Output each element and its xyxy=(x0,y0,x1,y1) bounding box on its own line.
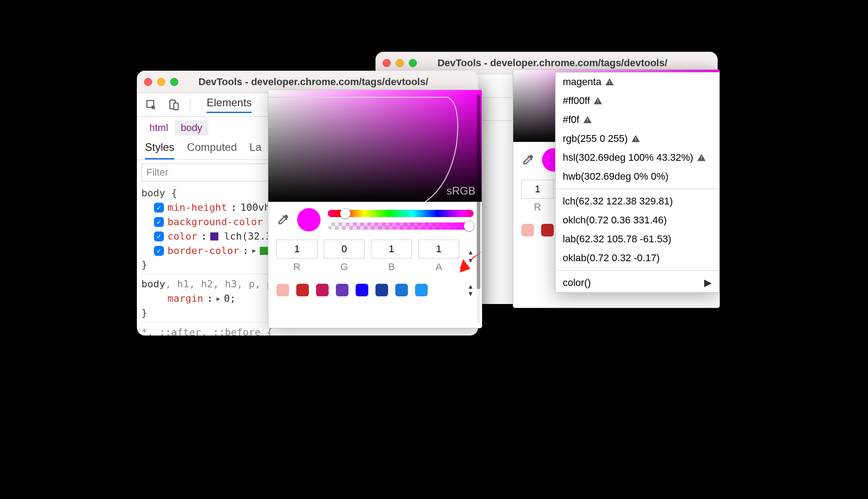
channel-input-g[interactable] xyxy=(324,240,365,259)
expand-icon[interactable]: ▶ xyxy=(217,294,220,303)
palette-swatch[interactable] xyxy=(415,284,428,296)
minimize-icon[interactable] xyxy=(396,59,404,67)
swatch-green-icon[interactable] xyxy=(260,247,268,255)
color-format-menu: magenta #ff00ff #f0f rgb(255 0 255) hsl(… xyxy=(555,72,719,293)
channel-input-a[interactable] xyxy=(418,240,459,259)
swatch-purple-icon[interactable] xyxy=(210,232,218,240)
format-option[interactable]: #ff00ff xyxy=(556,91,719,110)
format-option[interactable]: rgb(255 0 255) xyxy=(556,129,719,148)
channel-input-b[interactable] xyxy=(371,240,412,259)
tab-computed[interactable]: Computed xyxy=(187,141,237,159)
prop-border-color[interactable]: border-color xyxy=(167,244,239,258)
palette-swatch[interactable] xyxy=(336,284,348,296)
eyedropper-icon[interactable] xyxy=(521,153,535,167)
format-option[interactable]: #f0f xyxy=(556,110,719,129)
channel-label-a: A xyxy=(418,261,459,273)
palette-swatch[interactable] xyxy=(521,224,534,236)
window-title: DevTools - developer.chrome.com/tags/dev… xyxy=(178,76,448,88)
inspect-icon[interactable] xyxy=(145,99,158,111)
minimize-icon[interactable] xyxy=(157,78,165,86)
channel-label-g: G xyxy=(324,261,365,273)
palette-swatch[interactable] xyxy=(276,284,289,296)
scrollbar[interactable] xyxy=(477,95,480,323)
tab-elements[interactable]: Elements xyxy=(207,96,252,113)
format-option[interactable]: hwb(302.69deg 0% 0%) xyxy=(556,167,719,186)
menu-separator xyxy=(556,189,719,189)
format-option[interactable]: hsl(302.69deg 100% 43.32%) xyxy=(556,148,719,167)
breadcrumb-html[interactable]: html xyxy=(143,120,175,136)
val-margin[interactable]: 0; xyxy=(224,291,236,306)
palette-swatch[interactable] xyxy=(296,284,309,296)
eyedropper-icon[interactable] xyxy=(276,213,290,227)
prop-min-height[interactable]: min-height xyxy=(167,200,227,215)
palette-swatch[interactable] xyxy=(375,284,388,296)
annotation-arrow-icon xyxy=(458,245,487,274)
checkbox-icon[interactable]: ✓ xyxy=(154,203,164,213)
menu-separator xyxy=(556,270,719,271)
current-color-swatch xyxy=(297,208,321,231)
tab-layout-partial[interactable]: La xyxy=(249,141,262,159)
breadcrumb-body[interactable]: body xyxy=(175,120,209,136)
color-picker-front: sRGB R G B A xyxy=(268,90,482,328)
alpha-slider[interactable] xyxy=(328,222,474,230)
checkbox-icon[interactable]: ✓ xyxy=(154,231,164,241)
channel-input-r[interactable] xyxy=(521,180,554,199)
warning-icon xyxy=(631,134,640,143)
color-space-label: sRGB xyxy=(447,185,475,197)
checkbox-icon[interactable]: ✓ xyxy=(154,246,164,256)
device-icon[interactable] xyxy=(167,99,180,111)
warning-icon xyxy=(605,77,614,86)
warning-icon xyxy=(583,115,592,124)
window-title: DevTools - developer.chrome.com/tags/dev… xyxy=(417,57,688,69)
close-icon[interactable] xyxy=(144,78,152,86)
channel-input-r[interactable] xyxy=(276,240,317,259)
format-option[interactable]: magenta xyxy=(556,73,719,91)
palette-swatch[interactable] xyxy=(395,284,408,296)
channel-label-r: R xyxy=(521,201,554,213)
format-option[interactable]: lch(62.32 122.38 329.81) xyxy=(556,192,719,211)
tab-styles[interactable]: Styles xyxy=(145,141,174,159)
checkbox-icon[interactable]: ✓ xyxy=(154,217,164,227)
spectrum[interactable]: sRGB xyxy=(268,90,482,202)
swatch-palette: ▲▼ xyxy=(268,275,482,302)
expand-icon[interactable]: ▶ xyxy=(252,246,256,255)
warning-icon xyxy=(593,96,602,105)
hue-slider[interactable] xyxy=(328,210,474,217)
format-option-color-fn[interactable]: color() ▶ xyxy=(556,273,719,292)
maximize-icon[interactable] xyxy=(170,78,178,86)
format-option[interactable]: oklab(0.72 0.32 -0.17) xyxy=(556,249,719,268)
palette-swatch[interactable] xyxy=(356,284,368,296)
prop-margin[interactable]: margin xyxy=(167,291,203,306)
palette-swatch[interactable] xyxy=(541,224,554,236)
format-option[interactable]: lab(62.32 105.78 -61.53) xyxy=(556,230,719,249)
warning-icon xyxy=(697,153,706,162)
palette-stepper[interactable]: ▲▼ xyxy=(467,283,474,297)
palette-swatch[interactable] xyxy=(316,284,329,296)
prop-color[interactable]: color xyxy=(167,229,197,244)
channel-label-r: R xyxy=(276,261,317,273)
format-option[interactable]: oklch(0.72 0.36 331.46) xyxy=(556,211,719,230)
maximize-icon[interactable] xyxy=(409,59,417,67)
submenu-arrow-icon: ▶ xyxy=(704,277,712,289)
channel-label-b: B xyxy=(371,261,412,273)
close-icon[interactable] xyxy=(383,59,391,67)
prop-background-color[interactable]: background-color xyxy=(167,215,263,229)
svg-rect-1 xyxy=(174,103,178,109)
